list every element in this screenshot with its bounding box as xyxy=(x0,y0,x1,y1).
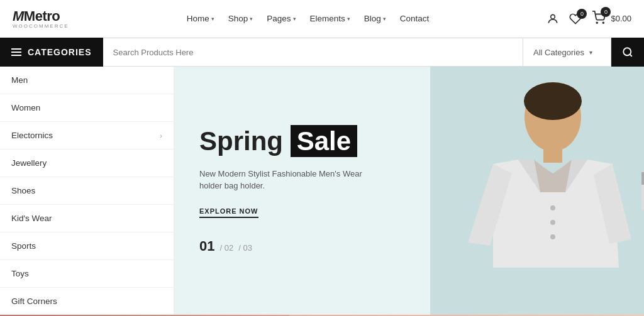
svg-point-10 xyxy=(550,220,555,225)
chevron-down-icon: ▾ xyxy=(211,16,214,22)
nav-blog[interactable]: Blog ▾ xyxy=(364,14,386,23)
main-nav: Home ▾ Shop ▾ Pages ▾ Elements ▾ Blog ▾ … xyxy=(187,14,430,23)
svg-rect-8 xyxy=(543,147,562,163)
sidebar-item-gift-corners[interactable]: Gift Corners xyxy=(0,288,174,315)
svg-point-9 xyxy=(550,205,555,210)
scroll-indicator[interactable] xyxy=(641,172,644,210)
logo[interactable]: MMetro WOOCOMMERCE xyxy=(13,8,69,29)
cart-total: $0.00 xyxy=(611,14,631,23)
slide-current: 01 xyxy=(199,238,214,254)
wishlist-icon-button[interactable]: 0 xyxy=(569,13,582,25)
slide-sep2: / 03 xyxy=(238,243,252,253)
svg-point-0 xyxy=(551,14,555,19)
svg-point-7 xyxy=(524,82,582,120)
search-row: CATEGORIES All Categories ▾ xyxy=(0,38,644,67)
hero-title: Spring Sale xyxy=(199,127,405,156)
logo-text: MMetro xyxy=(13,8,60,25)
nav-shop[interactable]: Shop ▾ xyxy=(228,14,253,23)
explore-now-button[interactable]: EXPLORE NOW xyxy=(199,207,258,218)
category-dropdown-label: All Categories xyxy=(533,48,584,57)
chevron-down-icon: ▾ xyxy=(589,49,592,56)
chevron-down-icon: ▾ xyxy=(347,16,350,22)
hero-image-svg xyxy=(430,67,644,315)
hero-subtitle: New Modern Stylist Fashionable Men's Wea… xyxy=(199,168,405,192)
sidebar-item-women[interactable]: Women xyxy=(0,94,174,122)
hero-sale-box: Sale xyxy=(291,125,357,157)
nav-contact[interactable]: Contact xyxy=(400,14,430,23)
svg-point-1 xyxy=(597,22,598,23)
nav-elements[interactable]: Elements ▾ xyxy=(310,14,350,23)
search-input[interactable] xyxy=(113,48,513,57)
svg-line-4 xyxy=(630,54,631,56)
sidebar-item-men[interactable]: Men xyxy=(0,67,174,94)
svg-point-2 xyxy=(603,22,604,23)
user-icon-button[interactable] xyxy=(547,13,559,25)
hero-image xyxy=(430,67,644,315)
chevron-right-icon: › xyxy=(160,132,162,139)
cart-badge: 0 xyxy=(601,7,611,17)
svg-point-3 xyxy=(623,48,631,55)
sidebar-item-shoes[interactable]: Shoes xyxy=(0,177,174,205)
hero-banner: Spring Sale New Modern Stylist Fashionab… xyxy=(174,67,644,315)
sidebar-item-electronics[interactable]: Electornics › xyxy=(0,122,174,150)
sidebar-categories-header[interactable]: CATEGORIES xyxy=(0,38,103,67)
header-icons: 0 0 $0.00 xyxy=(547,11,631,26)
svg-point-11 xyxy=(550,234,555,239)
hamburger-icon xyxy=(11,48,21,56)
slide-indicator: 01 / 02 / 03 xyxy=(199,238,405,254)
sidebar-item-jewellery[interactable]: Jewellery xyxy=(0,150,174,177)
header: MMetro WOOCOMMERCE Home ▾ Shop ▾ Pages ▾… xyxy=(0,0,644,38)
sidebar-nav: Men Women Electornics › Jewellery Shoes … xyxy=(0,67,174,315)
chevron-down-icon: ▾ xyxy=(383,16,386,22)
wishlist-badge: 0 xyxy=(577,9,587,19)
chevron-down-icon: ▾ xyxy=(250,16,253,22)
scroll-thumb xyxy=(641,172,644,185)
sidebar-item-kids-wear[interactable]: Kid's Wear xyxy=(0,205,174,232)
main-area: Men Women Electornics › Jewellery Shoes … xyxy=(0,67,644,315)
category-dropdown[interactable]: All Categories ▾ xyxy=(523,38,611,67)
search-input-container xyxy=(103,38,523,67)
logo-sub: WOOCOMMERCE xyxy=(13,23,69,29)
categories-label: CATEGORIES xyxy=(28,47,92,57)
search-button[interactable] xyxy=(611,38,644,67)
sidebar-item-sports[interactable]: Sports xyxy=(0,232,174,260)
sidebar-item-toys[interactable]: Toys xyxy=(0,260,174,288)
slide-sep1: / 02 xyxy=(219,243,233,253)
nav-home[interactable]: Home ▾ xyxy=(187,14,214,23)
nav-pages[interactable]: Pages ▾ xyxy=(267,14,296,23)
hero-text-area: Spring Sale New Modern Stylist Fashionab… xyxy=(174,67,430,315)
cart-icon-button[interactable]: 0 $0.00 xyxy=(592,11,631,26)
chevron-down-icon: ▾ xyxy=(293,16,296,22)
